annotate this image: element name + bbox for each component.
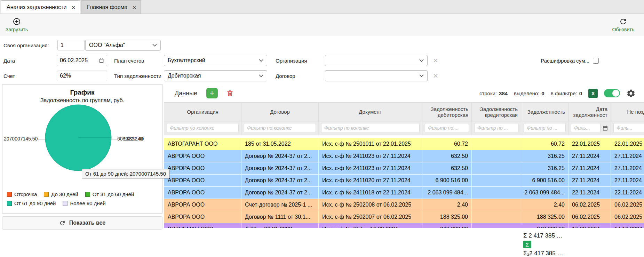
chevron-down-icon [419,59,424,62]
load-button[interactable]: Загрузить [6,17,28,32]
filter-cell [569,121,611,135]
date-field[interactable] [60,57,97,64]
rows-count-value: 384 [499,90,508,96]
tab[interactable]: Главная форма × [81,0,141,14]
tab-close-icon[interactable]: × [71,4,75,11]
column-header[interactable]: Документ [319,103,422,121]
column-header[interactable]: Дата задолженност [569,103,611,121]
selected-count-label: выделено: [514,90,539,96]
org-select[interactable] [325,55,428,66]
contract-select[interactable] [325,70,428,81]
pie-chart: 2070007145.50 6089227.40 13832.40 [2,104,162,177]
table-cell: АВРОРА ООО [164,150,241,162]
column-filter-input[interactable] [425,123,469,133]
date-input[interactable] [57,55,107,66]
account-input[interactable] [57,71,107,81]
refresh-button[interactable]: Обновить [612,17,634,32]
column-header[interactable]: Задолженность [521,103,569,121]
table-cell [472,199,521,211]
form-row-date: Дата План счетов Бухгалтерский Организац… [0,53,644,68]
table-cell: АВТОГАРАНТ ООО [164,138,241,150]
filter-cell [319,121,422,135]
table-row[interactable]: АВТОГАРАНТ ООО185 от 31.05.2022Исх. с-ф … [164,138,644,150]
table-cell: 27.11.2024 [569,175,611,187]
clear-org-icon[interactable]: × [433,56,438,65]
column-filter-input[interactable] [321,123,420,133]
table-cell: 22.11.2024 [569,187,611,199]
contract-label: Договор [276,73,325,79]
tab-label: Анализ задолженности [7,4,66,10]
table-cell: 27.11.2024 [611,162,644,175]
calendar-icon[interactable] [99,57,104,64]
color-mode-toggle[interactable] [604,89,620,97]
legend-label: До 30 дней [51,191,78,197]
legend-label: От 61 до 90 дней [14,200,56,206]
table-cell: 06.02.2025 [611,211,644,223]
load-icon [13,17,21,26]
column-filter-input[interactable] [524,123,566,133]
debt-type-select[interactable]: Дебиторская [164,70,267,81]
debt-type-label: Тип задолженности [114,73,164,79]
column-header[interactable]: Договор [241,103,319,121]
column-header[interactable]: Не поздне [611,103,644,121]
decode-sum-control: Расшифровка сум... [541,58,599,64]
table-cell: Договор № 2024-37 от 2... [241,187,319,199]
plan-select[interactable]: Бухгалтерский [164,55,267,66]
table-stats: строки: 384 выделено: 0 в фильтре: 0 [479,90,582,96]
own-org-select[interactable]: ООО "Альфа" [85,40,161,51]
table-cell [472,211,521,223]
column-filter-input[interactable] [244,123,316,133]
pie-label-left: 2070007145.50 [4,136,38,142]
table-row[interactable]: АВРОРА ОООДоговор № 2024-37 от 2...Исх. … [164,175,644,187]
column-filter-input[interactable] [167,123,239,133]
decode-sum-label: Расшифровка сум... [541,58,589,64]
column-header[interactable]: Задолженность дебиторская [422,103,472,121]
column-filter-input[interactable] [613,123,644,133]
table-cell: 632.50 [422,162,472,175]
table-cell [472,138,521,150]
delete-row-button[interactable] [226,89,234,97]
sigma-badge[interactable]: Σ [523,241,531,248]
clear-contract-icon[interactable]: × [433,72,438,80]
own-org-code-input[interactable] [57,40,85,50]
show-all-button[interactable]: Показать все [2,216,162,230]
decode-sum-checkbox[interactable] [593,58,599,64]
table-row[interactable]: АВРОРА ОООДоговор № 2024-37 от 2...Исх. … [164,187,644,199]
table-cell: 60.72 [521,138,569,150]
column-header[interactable]: Организация [164,103,241,121]
calendar-icon[interactable] [602,125,608,131]
table-row[interactable]: АВРОРА ОООДоговор № 2024-37 от 2...Исх. … [164,162,644,175]
data-panel-header: Данные + строки: 384 выделено: 0 в фильт… [164,84,644,102]
column-filter-input[interactable] [571,123,601,133]
table-cell: Исх. с-ф № 2501011 от 22.01.2025 [319,138,422,150]
pie-tooltip: От 61 до 90 дней: 2070007145.50 [82,169,169,178]
table-cell: Счет-договор № 2025-1 ... [241,199,319,211]
table-cell: 22.11.2024 [611,187,644,199]
tab-close-icon[interactable]: × [132,4,136,11]
table-cell [472,187,521,199]
export-excel-button[interactable]: X [588,89,598,98]
tab[interactable]: Анализ задолженности × [1,0,80,14]
table-cell: 06.02.2025 [611,199,644,211]
table-row[interactable]: АВРОРА ОООДоговор № 1111 от 30.1...Исх. … [164,211,644,223]
table-cell: Договор № 2024-37 от 2... [241,175,319,187]
legend-item: До 30 дней [44,191,78,197]
table-cell: Договор № 1111 от 30.1... [241,211,319,223]
table-cell: 2.40 [422,199,472,211]
table-cell: 16.08.2024 [569,223,611,228]
table-cell: Исх. с-ф № 2411020 от 27.11.2024 [319,175,422,187]
table-cell: АВРОРА ООО [164,211,241,223]
table-body: АВТОГАРАНТ ООО185 от 31.05.2022Исх. с-ф … [164,138,644,228]
table-cell: Исх. с-ф № 2411018 от 22.11.2024 [319,187,422,199]
column-header[interactable]: Задолженность кредиторская [472,103,521,121]
table-cell: 27.11.2024 [611,175,644,187]
column-filter-input[interactable] [474,123,518,133]
table-row[interactable]: АВРОРА ОООДоговор № 2024-37 от 2...Исх. … [164,150,644,162]
add-row-button[interactable]: + [206,88,218,98]
table-cell: 27.11.2024 [569,150,611,162]
table-row[interactable]: ВИТНЕМАН ОООД 63 ... 30.01.2023Исх. с-ф … [164,223,644,228]
settings-gear-icon[interactable] [626,89,636,98]
table-row[interactable]: АВРОРА ОООСчет-договор № 2025-1 ...Исх. … [164,199,644,211]
filtered-count-value: 0 [579,90,582,96]
totals-area: Σ 2 417 385 … Σ Σ₂2 417 385 … [164,228,644,257]
